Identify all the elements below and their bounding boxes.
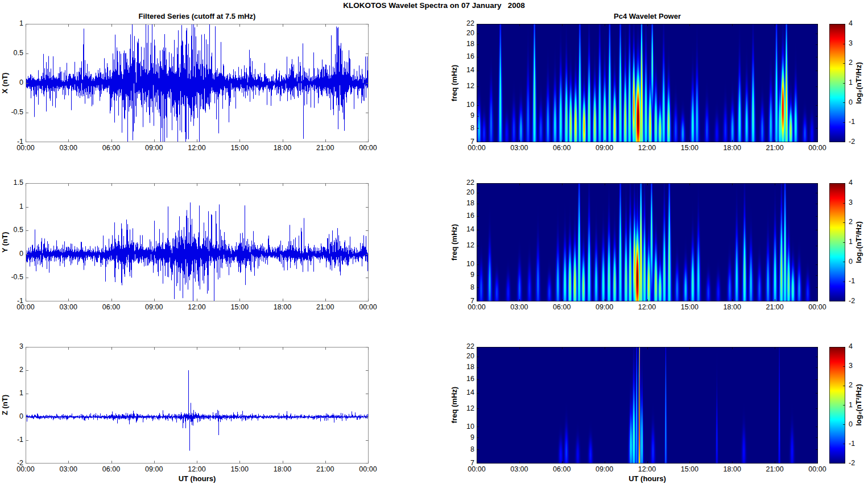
y-tick-label: -1	[1, 436, 23, 444]
y-filtered-series-plot	[26, 183, 369, 301]
x-tick-label: 06:00	[553, 465, 571, 473]
x-tick-label: 03:00	[510, 303, 528, 311]
freq-tick-label: 12	[452, 404, 474, 412]
freq-tick-label: 18	[452, 199, 474, 207]
x-tick-label: 21:00	[766, 303, 783, 311]
wavelet-spectra-figure: KLOKOTOS Wavelet Spectra on 07 January 2…	[0, 0, 868, 484]
colorbar-tick-label: -1	[849, 118, 855, 126]
colorbar-z	[829, 347, 845, 464]
z-wavelet-spectrogram	[477, 347, 818, 464]
x-tick-label: 12:00	[638, 465, 656, 473]
freq-tick-label: 10	[452, 423, 474, 431]
freq-tick-label: 18	[452, 363, 474, 371]
freq-tick-label: 9	[452, 433, 474, 441]
x-tick-label: 09:00	[596, 465, 613, 473]
freq-tick-label: 7	[452, 138, 474, 146]
x-tick-label: 09:00	[145, 144, 163, 152]
y-tick-label: 0	[1, 250, 23, 258]
colorbar-tick-label: 1	[849, 401, 853, 409]
y-tick-label: 1	[1, 19, 23, 27]
figure-title: KLOKOTOS Wavelet Spectra on 07 January 2…	[0, 1, 868, 10]
freq-tick-label: 10	[452, 101, 474, 109]
y-tick-label: 1	[1, 202, 23, 210]
freq-tick-label: 22	[452, 342, 474, 350]
colorbar-tick-label: 2	[849, 59, 853, 67]
colorbar-tick-label: 3	[849, 198, 853, 206]
colorbar-tick-label: 4	[849, 19, 853, 27]
y-tick-label: -2	[1, 459, 23, 467]
colorbar-tick-label: 2	[849, 218, 853, 226]
colorbar-tick-label: 1	[849, 78, 853, 86]
y-tick-label: 0.5	[1, 226, 23, 234]
x-tick-label: 09:00	[596, 144, 613, 152]
freq-tick-label: 18	[452, 40, 474, 48]
y-tick-label: -1	[1, 297, 23, 305]
x-tick-label: 03:00	[60, 303, 77, 311]
x-tick-label: 18:00	[724, 144, 741, 152]
x-tick-label: 00:00	[359, 144, 377, 152]
x-tick-label: 18:00	[724, 303, 741, 311]
colorbar-tick-label: 3	[849, 362, 853, 370]
freq-tick-label: 20	[452, 352, 474, 360]
x-tick-label: 15:00	[231, 303, 249, 311]
colorbar-label-y: log₂(nT²/Hz)	[854, 197, 864, 288]
x-tick-label: 09:00	[145, 465, 163, 473]
y-tick-label: -1	[1, 138, 23, 146]
y-tick-label: -0.5	[1, 108, 23, 116]
x-tick-label: 18:00	[274, 465, 291, 473]
freq-tick-label: 7	[452, 297, 474, 305]
x-filtered-series-plot	[26, 24, 369, 142]
x-tick-label: 21:00	[316, 465, 334, 473]
freq-tick-label: 9	[452, 271, 474, 279]
freq-tick-label: 10	[452, 260, 474, 268]
freq-tick-label: 16	[452, 212, 474, 220]
x-tick-label: 15:00	[231, 465, 249, 473]
x-tick-label: 12:00	[638, 303, 656, 311]
freq-tick-label: 14	[452, 66, 474, 74]
colorbar-tick-label: 0	[849, 420, 853, 428]
ut-hours-label-right: UT (hours)	[477, 474, 818, 483]
x-tick-label: 12:00	[188, 465, 205, 473]
colorbar-y	[829, 183, 845, 301]
x-tick-label: 15:00	[681, 144, 698, 152]
freq-tick-label: 8	[452, 283, 474, 291]
colorbar-x	[829, 24, 845, 142]
z-filtered-series-plot	[26, 347, 369, 464]
freq-tick-label: 20	[452, 29, 474, 37]
y-tick-label: 0.5	[1, 49, 23, 57]
x-tick-label: 12:00	[188, 303, 205, 311]
x-wavelet-spectrogram	[477, 24, 818, 142]
freq-tick-label: 12	[452, 82, 474, 90]
x-tick-label: 15:00	[231, 144, 249, 152]
x-tick-label: 03:00	[510, 144, 528, 152]
freq-tick-label: 16	[452, 52, 474, 60]
freq-tick-label: 14	[452, 225, 474, 233]
x-tick-label: 06:00	[102, 303, 120, 311]
x-tick-label: 18:00	[274, 144, 291, 152]
x-tick-label: 21:00	[316, 144, 334, 152]
x-tick-label: 06:00	[102, 144, 120, 152]
x-tick-label: 18:00	[724, 465, 741, 473]
x-tick-label: 00:00	[808, 303, 826, 311]
freq-tick-label: 7	[452, 459, 474, 467]
colorbar-tick-label: 0	[849, 98, 853, 106]
x-tick-label: 12:00	[638, 144, 656, 152]
colorbar-tick-label: -1	[849, 440, 855, 448]
freq-tick-label: 9	[452, 111, 474, 119]
colorbar-tick-label: 4	[849, 179, 853, 187]
y-tick-label: 0	[1, 412, 23, 420]
colorbar-tick-label: 1	[849, 238, 853, 246]
x-tick-label: 09:00	[596, 303, 613, 311]
x-tick-label: 06:00	[102, 465, 120, 473]
x-tick-label: 09:00	[145, 303, 163, 311]
x-tick-label: 00:00	[808, 465, 826, 473]
x-tick-label: 21:00	[766, 465, 783, 473]
colorbar-tick-label: -1	[849, 277, 855, 285]
filtered-series-title: Filtered Series (cutoff at 7.5 mHz)	[26, 12, 369, 20]
colorbar-label-x: log₂(nT²/Hz)	[854, 38, 864, 129]
x-tick-label: 15:00	[681, 465, 698, 473]
y-tick-label: 2	[1, 366, 23, 374]
y-tick-label: -0.5	[1, 273, 23, 281]
colorbar-tick-label: 4	[849, 342, 853, 350]
freq-tick-label: 14	[452, 388, 474, 396]
